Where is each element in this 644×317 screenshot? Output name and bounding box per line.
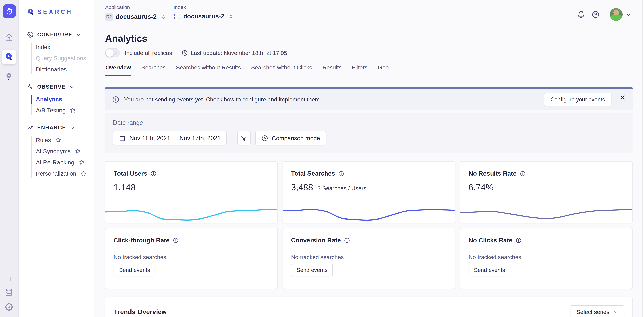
include-replicas-toggle[interactable]: × xyxy=(105,48,120,58)
activity-icon xyxy=(27,84,34,90)
sidebar-item-dictionaries[interactable]: Dictionaries xyxy=(36,64,94,75)
chevron-down-icon xyxy=(70,84,74,89)
sidebar-item-label: Analytics xyxy=(36,96,62,102)
index-value: docusaurus-2 xyxy=(184,13,224,20)
sidebar-item-label: Dictionaries xyxy=(36,66,67,73)
sidebar-section-header-configure[interactable]: CONFIGURE xyxy=(18,31,94,38)
tab-searches-without-results[interactable]: Searches without Results xyxy=(176,62,241,76)
send-events-button[interactable]: Send events xyxy=(468,264,510,276)
date-range-picker[interactable]: Nov 11th, 2021 Nov 17th, 2021 xyxy=(113,131,227,145)
no-tracked-searches-note: No tracked searches xyxy=(283,254,455,260)
card-subvalue: 3 Searches / Users xyxy=(318,185,366,192)
send-events-button[interactable]: Send events xyxy=(291,264,333,276)
comparison-mode-button[interactable]: Comparison mode xyxy=(255,131,326,145)
search-product-logo[interactable]: SEARCH xyxy=(18,0,94,16)
date-end: Nov 17th, 2021 xyxy=(180,135,221,142)
status-cards-row: Click-through RateNo tracked searchesSen… xyxy=(105,228,633,289)
gear-icon[interactable] xyxy=(4,302,13,311)
page-scrollbar[interactable] xyxy=(642,0,644,317)
server-icon xyxy=(174,13,181,20)
section-label: CONFIGURE xyxy=(37,32,72,38)
date-start: Nov 11th, 2021 xyxy=(130,135,170,142)
sidebar-item-index[interactable]: Index xyxy=(36,42,94,53)
recommend-lightbulb-icon[interactable] xyxy=(4,72,13,81)
sidebar-item-ai-synonyms[interactable]: AI Synonyms xyxy=(36,146,94,157)
stopwatch-icon xyxy=(6,7,13,15)
card-value: 3,488 xyxy=(291,182,313,192)
date-range-panel: Date range Nov 11th, 2021 Nov 17th, 2021 xyxy=(105,113,633,153)
sidebar-item-ai-re-ranking[interactable]: AI Re-Ranking xyxy=(36,157,94,168)
user-menu-chevron-icon[interactable] xyxy=(626,12,631,18)
star-icon[interactable] xyxy=(70,108,76,113)
trends-overview-card: Trends Overview Select series xyxy=(105,297,633,317)
tab-searches-without-clicks[interactable]: Searches without Clicks xyxy=(251,62,312,76)
stopwatch-logo-button[interactable] xyxy=(3,4,16,18)
no-tracked-searches-note: No tracked searches xyxy=(460,254,632,260)
info-icon[interactable] xyxy=(344,238,350,243)
page-meta-row: × Include all replicas Last update: Nove… xyxy=(105,48,633,58)
info-icon[interactable] xyxy=(516,238,522,243)
star-icon[interactable] xyxy=(55,137,61,143)
home-icon[interactable] xyxy=(4,33,13,42)
magnifier-logo-icon xyxy=(27,8,34,16)
content-area: Application D2 docusaurus-2 Index xyxy=(94,0,642,317)
status-card-no-clicks-rate: No Clicks RateNo tracked searchesSend ev… xyxy=(460,228,633,289)
card-title: Total Users xyxy=(114,170,147,177)
application-badge: D2 xyxy=(105,13,113,20)
sidebar-item-rules[interactable]: Rules xyxy=(36,134,94,146)
sidebar-item-a-b-testing[interactable]: A/B Testing xyxy=(36,105,94,116)
tab-filters[interactable]: Filters xyxy=(352,62,368,76)
configure-events-button[interactable]: Configure your events xyxy=(544,93,612,106)
notifications-bell-icon[interactable] xyxy=(577,11,585,18)
info-icon[interactable] xyxy=(338,171,344,176)
info-icon[interactable] xyxy=(520,171,526,176)
application-label: Application xyxy=(105,4,166,10)
search-icon xyxy=(5,53,13,61)
filter-funnel-button[interactable] xyxy=(237,131,250,145)
tab-geo[interactable]: Geo xyxy=(378,62,389,76)
application-selector[interactable]: Application D2 docusaurus-2 xyxy=(105,4,166,20)
metric-card-total-users: Total Users1,148 xyxy=(105,161,278,223)
sidebar-item-label: Index xyxy=(36,44,50,50)
info-icon[interactable] xyxy=(173,238,179,243)
chevron-down-icon xyxy=(70,126,74,130)
sidebar-section-header-observe[interactable]: OBSERVE xyxy=(18,83,94,90)
toggle-off-x: × xyxy=(114,50,118,56)
help-icon[interactable] xyxy=(592,11,600,18)
index-selector[interactable]: Index docusaurus-2 xyxy=(174,4,234,20)
close-icon[interactable] xyxy=(619,94,626,101)
send-events-button[interactable]: Send events xyxy=(114,264,155,276)
metric-card-total-searches: Total Searches3,4883 Searches / Users xyxy=(282,161,455,223)
sidebar-item-personalization[interactable]: Personalization xyxy=(36,168,94,179)
product-name: SEARCH xyxy=(38,8,73,15)
select-series-button[interactable]: Select series xyxy=(571,305,624,317)
sidebar-item-query-suggestions[interactable]: Query Suggestions xyxy=(36,53,94,64)
chevron-down-icon xyxy=(76,32,81,37)
info-icon[interactable] xyxy=(150,171,156,176)
search-product-active-item[interactable] xyxy=(2,50,16,64)
info-icon xyxy=(112,96,119,103)
metric-card-no-results-rate: No Results Rate6.74% xyxy=(460,161,633,223)
sidebar-item-label: AI Synonyms xyxy=(36,148,71,154)
database-icon[interactable] xyxy=(4,288,13,297)
calendar-icon xyxy=(119,135,126,142)
star-icon[interactable] xyxy=(79,160,84,165)
card-title: Click-through Rate xyxy=(114,237,170,244)
unfold-arrows-icon xyxy=(228,13,234,20)
star-icon[interactable] xyxy=(81,171,86,176)
tab-results[interactable]: Results xyxy=(322,62,342,76)
sidebar-section-header-enhance[interactable]: ENHANCE xyxy=(18,124,94,132)
tab-searches[interactable]: Searches xyxy=(141,62,166,76)
page-title: Analytics xyxy=(105,33,633,44)
select-series-label: Select series xyxy=(576,309,609,315)
sidebar-item-label: Rules xyxy=(36,137,51,144)
sidebar-item-analytics[interactable]: Analytics xyxy=(36,94,94,105)
bar-chart-icon[interactable] xyxy=(4,274,13,282)
star-icon[interactable] xyxy=(75,148,81,154)
user-avatar[interactable] xyxy=(610,8,622,21)
include-replicas-label: Include all replicas xyxy=(125,50,172,56)
sidebar: SEARCH CONFIGUREIndexQuery SuggestionsDi… xyxy=(18,0,94,317)
comparison-mode-label: Comparison mode xyxy=(272,135,320,142)
sidebar-item-label: Personalization xyxy=(36,170,76,177)
tab-overview[interactable]: Overview xyxy=(105,62,131,76)
